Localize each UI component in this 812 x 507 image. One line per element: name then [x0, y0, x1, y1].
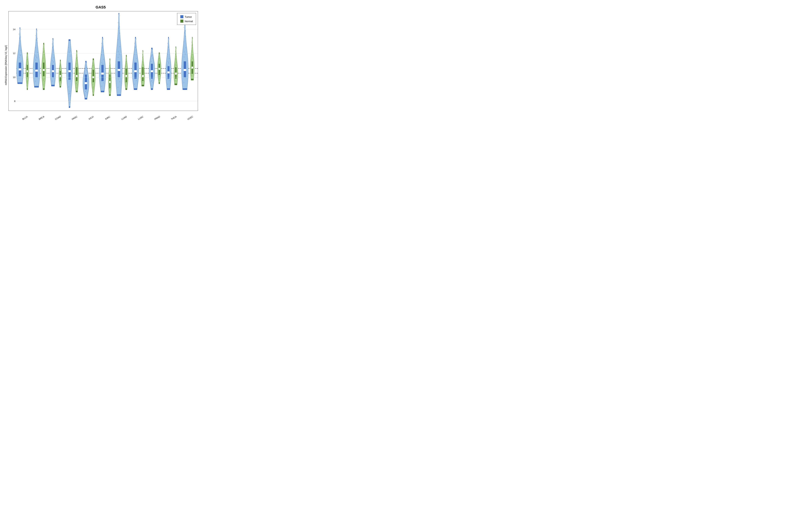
dot-tumor-KICH-14 — [86, 90, 87, 91]
dot-normal-BRCA-10 — [44, 66, 44, 67]
violin-body-tumor-KIRC — [99, 38, 106, 92]
dot-tumor-LUSC-5 — [136, 49, 136, 50]
dot-tumor-BLCA-18 — [19, 77, 19, 78]
iqr-box-normal-HNSC — [76, 68, 78, 81]
x-axis-label-prad: PRAD — [149, 113, 165, 123]
dot-tumor-KICH-0 — [87, 62, 87, 63]
x-axis-label-blca: BLCA — [17, 113, 33, 123]
dot-tumor-BRCA-18 — [35, 81, 36, 82]
dot-normal-KICH-4 — [93, 66, 93, 67]
dot-normal-PRAD-4 — [159, 58, 159, 59]
dot-normal-BLCA-15 — [27, 81, 28, 82]
dot-tumor-KIRC-1 — [101, 43, 102, 44]
chart-title: GAS5 — [3, 5, 198, 9]
dot-tumor-KIRC-13 — [101, 75, 102, 76]
dot-tumor-BLCA-14 — [20, 70, 20, 71]
dot-tumor-THCA-7 — [169, 58, 169, 59]
dot-tumor-HNSC-8 — [69, 71, 69, 72]
dot-tumor-LUAD-1 — [118, 22, 118, 23]
violin-tumor-LUSC — [132, 11, 139, 111]
violin-svg-tumor-THCA — [165, 11, 172, 111]
x-axis-label-ucec: UCEC — [183, 113, 198, 123]
dot-tumor-COAD-4 — [53, 47, 53, 48]
grid-line-8 — [16, 101, 198, 101]
dot-normal-BLCA-11 — [27, 72, 27, 73]
violin-body-tumor-UCEC — [182, 20, 189, 89]
violin-svg-tumor-UCEC — [181, 11, 189, 111]
dot-tumor-PRAD-9 — [152, 68, 152, 69]
violin-body-tumor-COAD — [50, 39, 56, 86]
dot-tumor-UCEC-6 — [184, 41, 184, 42]
dot-normal-HNSC-8 — [76, 69, 77, 70]
dot-tumor-BLCA-4 — [19, 38, 20, 39]
violin-svg-tumor-KICH — [82, 11, 90, 111]
dot-normal-KICH-1 — [93, 63, 93, 64]
violin-svg-normal-COAD — [57, 11, 64, 111]
grid-line-10 — [16, 77, 198, 77]
dot-tumor-PRAD-12 — [153, 73, 153, 74]
dot-normal-KICH-2 — [94, 65, 94, 66]
dot-normal-UCEC-2 — [193, 44, 193, 45]
dot-normal-KICH-17 — [94, 89, 94, 90]
dot-normal-COAD-7 — [60, 71, 61, 72]
dot-normal-LUAD-16 — [126, 82, 126, 83]
dot-tumor-LUAD-19 — [119, 94, 120, 95]
dot-tumor-BLCA-5 — [20, 41, 21, 42]
x-axis-label-lusc: LUSC — [133, 113, 149, 123]
dot-tumor-UCEC-1 — [184, 27, 184, 28]
dot-normal-KIRC-8 — [109, 75, 110, 76]
dot-tumor-KICH-2 — [87, 67, 87, 68]
dot-tumor-LUAD-8 — [118, 51, 118, 52]
violin-tumor-KIRC — [99, 11, 106, 111]
dot-tumor-KICH-19 — [87, 98, 87, 99]
violin-svg-tumor-PRAD — [148, 11, 156, 111]
dot-tumor-HNSC-9 — [69, 72, 70, 73]
dot-normal-KIRC-19 — [110, 95, 110, 96]
dot-tumor-KIRC-12 — [103, 70, 104, 71]
dot-normal-BLCA-16 — [27, 81, 27, 82]
dot-normal-UCEC-18 — [192, 75, 192, 76]
dot-normal-BRCA-8 — [43, 64, 44, 65]
dot-normal-HNSC-14 — [77, 81, 77, 82]
dot-tumor-LUAD-18 — [118, 87, 118, 88]
dot-normal-UCEC-15 — [192, 70, 193, 71]
dot-tumor-BRCA-3 — [36, 39, 36, 40]
dot-normal-BLCA-2 — [28, 58, 28, 59]
violin-normal-BLCA — [24, 11, 31, 111]
dot-normal-BRCA-0 — [44, 44, 45, 45]
dot-tumor-PRAD-18 — [151, 85, 151, 86]
dot-normal-UCEC-19 — [193, 79, 193, 80]
dot-normal-PRAD-11 — [159, 69, 159, 70]
dot-normal-COAD-11 — [60, 74, 60, 75]
dot-tumor-HNSC-7 — [70, 67, 70, 68]
dot-tumor-UCEC-12 — [186, 62, 186, 63]
dot-normal-UCEC-9 — [192, 57, 193, 58]
legend-item-normal: Normal — [180, 19, 193, 23]
dot-tumor-KICH-18 — [85, 95, 85, 96]
dot-normal-LUAD-4 — [126, 61, 126, 62]
dot-tumor-THCA-12 — [169, 69, 169, 70]
dot-normal-KIRC-7 — [110, 73, 110, 74]
dot-tumor-BLCA-16 — [19, 72, 19, 73]
dot-tumor-LUAD-5 — [119, 33, 120, 34]
dot-tumor-THCA-17 — [169, 80, 169, 81]
violin-tumor-UCEC — [181, 11, 189, 111]
violin-tumor-LUAD — [115, 11, 123, 111]
dot-tumor-BRCA-5 — [37, 43, 37, 44]
dot-tumor-BRCA-12 — [37, 64, 38, 65]
dot-normal-UCEC-5 — [193, 47, 193, 48]
dot-tumor-UCEC-18 — [184, 82, 184, 83]
dot-tumor-BRCA-1 — [35, 35, 36, 36]
violin-tumor-BRCA — [33, 11, 40, 111]
legend: Tumor Normal — [177, 13, 196, 25]
dot-tumor-UCEC-8 — [184, 51, 185, 52]
dot-tumor-KIRC-11 — [102, 66, 102, 67]
violin-normal-LUAD — [123, 11, 130, 111]
dot-tumor-LUSC-12 — [136, 69, 137, 70]
dot-normal-LUSC-11 — [142, 69, 143, 70]
dot-normal-KICH-13 — [93, 84, 93, 85]
dot-normal-COAD-17 — [60, 82, 61, 83]
dot-normal-LUAD-15 — [126, 81, 126, 82]
dot-normal-HNSC-10 — [77, 71, 77, 72]
dot-tumor-BLCA-12 — [21, 61, 21, 62]
